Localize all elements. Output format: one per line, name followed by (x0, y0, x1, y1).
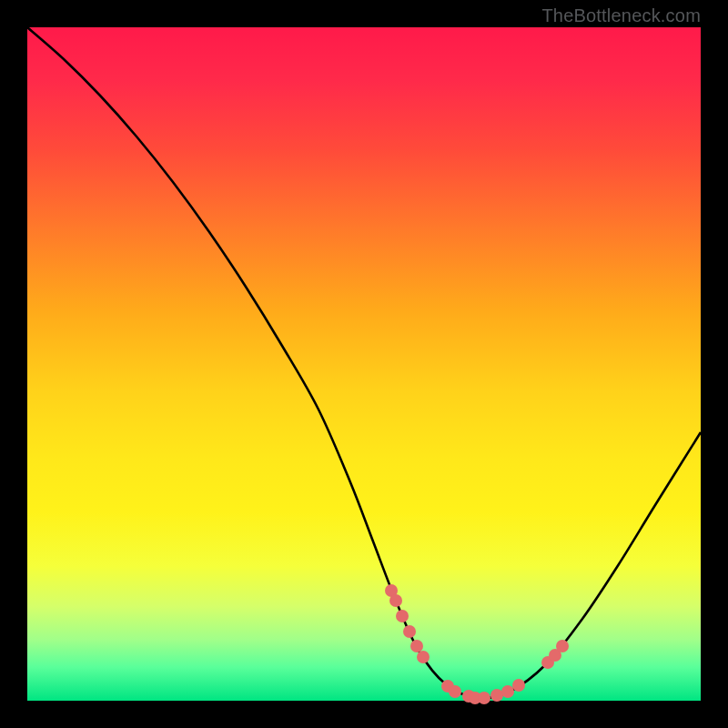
data-point (501, 685, 514, 698)
data-point (417, 651, 430, 663)
data-point (478, 692, 490, 704)
watermark-text: TheBottleneck.com (541, 5, 701, 26)
data-markers (385, 584, 569, 704)
data-point (410, 640, 423, 652)
chart-container: TheBottleneck.com (0, 0, 728, 728)
data-point (512, 679, 525, 692)
chart-svg (27, 27, 701, 701)
plot-area (27, 27, 701, 701)
data-point (556, 640, 569, 652)
data-point (389, 594, 402, 607)
data-point (396, 610, 409, 622)
data-point (490, 689, 503, 702)
data-point (449, 685, 461, 698)
data-point (403, 625, 416, 638)
curve-line (27, 27, 701, 698)
